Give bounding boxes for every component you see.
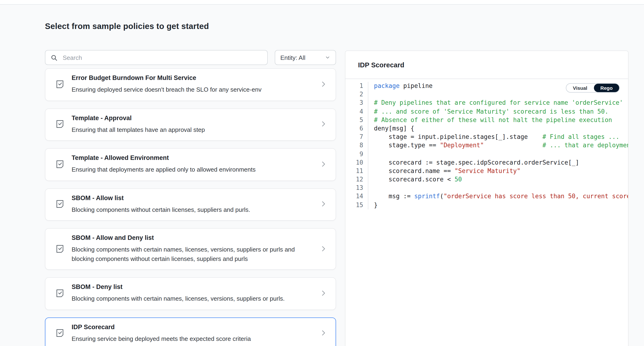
code-token: "Deployment" <box>440 142 484 149</box>
line-number: 1 <box>346 82 368 90</box>
entity-filter-dropdown[interactable]: Entity: All <box>275 50 336 65</box>
policy-title: Error Budget Burndown For Multi Service <box>72 74 301 82</box>
code-text: deny[msg] { <box>368 124 628 133</box>
policy-card-body: Template - Approval Ensuring that all te… <box>72 114 313 134</box>
code-line: 9 <box>346 150 628 158</box>
chevron-right-icon <box>320 330 327 337</box>
code-token: } <box>374 201 378 208</box>
policy-icon <box>55 328 65 338</box>
code-text: scorecard.name == "Service Maturity" <box>368 167 628 175</box>
code-token: deny[msg] { <box>374 125 414 132</box>
policy-icon <box>55 159 65 169</box>
policy-card[interactable]: Template - Allowed Environment Ensuring … <box>45 148 336 181</box>
policy-card[interactable]: IDP Scorecard Ensuring service being dep… <box>45 317 336 346</box>
code-text: stage = input.pipeline.stages[_].stage #… <box>368 133 628 141</box>
code-line: 3 # Deny pipelines that are configured f… <box>346 99 628 107</box>
chevron-right-icon <box>320 80 327 88</box>
code-lines: 1 package pipeline 2 3 # Deny pipelines … <box>346 82 628 209</box>
policy-icon <box>55 243 65 254</box>
code-token: # Find all stages ... <box>542 133 620 140</box>
list-toolbar: Entity: All <box>45 50 336 65</box>
policy-description: Blocking components without certain lice… <box>72 205 301 214</box>
line-number: 15 <box>346 201 368 209</box>
policy-card[interactable]: SBOM - Allow list Blocking components wi… <box>45 188 336 221</box>
line-number: 12 <box>346 175 368 184</box>
code-line: 7 stage = input.pipeline.stages[_].stage… <box>346 133 628 141</box>
policy-card[interactable]: SBOM - Deny list Blocking components wit… <box>45 277 336 310</box>
code-token: pipeline <box>400 82 433 89</box>
policy-card-body: SBOM - Allow list Blocking components wi… <box>72 194 313 214</box>
code-text: # Deny pipelines that are configured for… <box>368 99 628 107</box>
policy-title: IDP Scorecard <box>72 323 301 331</box>
search-icon <box>50 54 58 61</box>
code-token: "Service Maturity" <box>454 167 520 174</box>
code-token: # ... and score of 'Service Maturity' sc… <box>374 108 608 115</box>
chevron-right-icon <box>320 290 327 297</box>
code-text <box>368 184 628 192</box>
line-number: 3 <box>346 99 368 107</box>
code-text: scorecard.score < 50 <box>368 175 628 184</box>
policy-detail-panel: IDP Scorecard Visual Rego 1 package pipe… <box>345 50 628 346</box>
code-token: scorecard := stage.spec.idpScorecard.ord… <box>374 159 579 166</box>
line-number: 5 <box>346 116 368 124</box>
code-token <box>484 142 542 149</box>
code-text: scorecard := stage.spec.idpScorecard.ord… <box>368 158 628 167</box>
search-box[interactable] <box>45 50 268 65</box>
policy-icon <box>55 288 65 298</box>
toggle-rego-button[interactable]: Rego <box>594 84 620 92</box>
policy-title: Template - Allowed Environment <box>72 154 301 162</box>
policy-title: SBOM - Allow list <box>72 194 301 202</box>
code-token: ( <box>440 193 444 200</box>
panel-title: IDP Scorecard <box>358 61 404 68</box>
chevron-right-icon <box>320 120 327 128</box>
top-divider-bar <box>0 0 644 5</box>
policy-description: Ensuring service being deployed meets th… <box>72 334 301 343</box>
policy-card[interactable]: Template - Approval Ensuring that all te… <box>45 108 336 141</box>
app-viewport: Select from sample policies to get start… <box>0 0 644 346</box>
code-line: 12 scorecard.score < 50 <box>346 175 628 184</box>
code-token: scorecard.score < <box>374 176 454 183</box>
chevron-right-icon <box>320 245 327 252</box>
policy-icon <box>55 199 65 209</box>
code-token: stage.type == <box>374 142 440 149</box>
line-number: 13 <box>346 184 368 192</box>
panel-header: IDP Scorecard <box>346 51 628 79</box>
code-line: 5 # Absence of either of these will not … <box>346 116 628 124</box>
code-token: msg := <box>374 193 414 200</box>
code-line: 4 # ... and score of 'Service Maturity' … <box>346 107 628 116</box>
code-text <box>368 150 628 158</box>
line-number: 8 <box>346 141 368 150</box>
code-token: # Deny pipelines that are configured for… <box>374 99 623 106</box>
line-number: 11 <box>346 167 368 175</box>
search-input[interactable] <box>62 53 262 61</box>
policy-description: Blocking components with certain names, … <box>72 294 301 303</box>
code-line: 13 <box>346 184 628 192</box>
entity-filter-label: Entity: All <box>280 54 306 61</box>
toggle-visual-button[interactable]: Visual <box>566 84 594 92</box>
policy-title: Template - Approval <box>72 114 301 122</box>
code-token: "orderService has score less than 50, cu… <box>444 193 628 200</box>
code-token: stage = input.pipeline.stages[_].stage <box>374 133 542 140</box>
policy-icon <box>55 79 65 89</box>
code-token: sprintf <box>414 193 440 200</box>
policy-icon <box>55 119 65 129</box>
policy-card[interactable]: SBOM - Allow and Deny list Blocking comp… <box>45 228 336 270</box>
policy-description: Ensuring that all templates have an appr… <box>72 125 301 134</box>
code-line: 10 scorecard := stage.spec.idpScorecard.… <box>346 158 628 167</box>
view-toggle: Visual Rego <box>566 83 620 93</box>
chevron-down-icon <box>325 55 330 60</box>
line-number: 7 <box>346 133 368 141</box>
line-number: 10 <box>346 158 368 167</box>
policy-title: SBOM - Deny list <box>72 283 301 291</box>
chevron-right-icon <box>320 200 327 208</box>
policy-description: Blocking components with certain names, … <box>72 245 301 263</box>
line-number: 2 <box>346 90 368 99</box>
policy-list-section: Entity: All Error Budget Burndo <box>45 50 336 346</box>
policy-card[interactable]: Error Budget Burndown For Multi Service … <box>45 68 336 101</box>
line-number: 6 <box>346 124 368 133</box>
policy-card-body: Error Budget Burndown For Multi Service … <box>72 74 313 94</box>
policy-description: Ensuring that deployments are applied on… <box>72 165 301 174</box>
code-token: 50 <box>454 176 462 183</box>
code-text: } <box>368 201 628 209</box>
policy-card-body: SBOM - Deny list Blocking components wit… <box>72 283 313 303</box>
